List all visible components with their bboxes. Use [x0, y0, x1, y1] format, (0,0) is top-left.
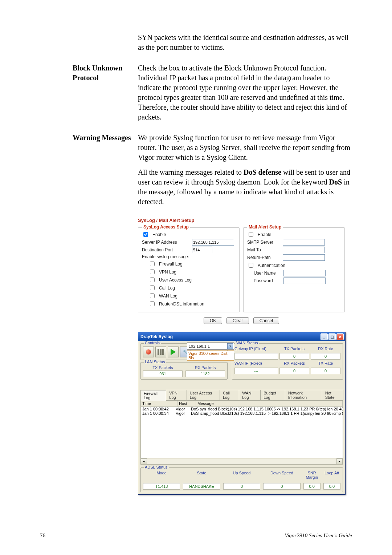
row-time: Jan 1 00:00:34 — [141, 411, 176, 416]
col-message[interactable]: Message — [196, 401, 343, 406]
tab-wan-log[interactable]: WAN Log — [239, 390, 261, 400]
tab-budget-log[interactable]: Budget Log — [260, 390, 285, 400]
log-row[interactable]: Jan 1 00:00:34 Vigor DoS icmp_flood Bloc… — [141, 411, 343, 416]
record-icon — [146, 349, 151, 355]
block-unknown-body: Check the box to activate the Block Unkn… — [138, 63, 352, 122]
vpn-log-label: VPN Log — [159, 270, 176, 275]
wan-rx-value: 0 — [279, 368, 309, 374]
row-host: Vigor — [176, 407, 191, 411]
log-tabs: Firewall Log VPN Log User Access Log Cal… — [140, 390, 343, 400]
adsl-down-value: 0 — [263, 483, 300, 490]
wan-log-label: WAN Log — [159, 293, 177, 299]
ok-button[interactable]: OK — [204, 317, 222, 324]
horizontal-scrollbar[interactable]: ◂ ▸ — [141, 458, 343, 464]
warning-p2-bold1: DoS defense — [244, 168, 281, 176]
vpn-log-checkbox[interactable] — [150, 270, 155, 274]
close-button[interactable]: ✕ — [336, 333, 344, 340]
scroll-right-button[interactable]: ▸ — [336, 458, 343, 464]
lan-tx-value: 931 — [143, 370, 183, 377]
pause-icon — [158, 349, 164, 355]
syslog-access-setup-legend: SysLog Access Setup — [142, 224, 190, 230]
mail-enable-label: Enable — [258, 232, 271, 237]
record-button[interactable] — [143, 347, 154, 357]
mailto-input[interactable] — [283, 247, 325, 253]
adsl-up-value: 0 — [223, 483, 260, 490]
play-icon — [171, 349, 176, 355]
col-time[interactable]: Time — [141, 401, 177, 406]
wan-txrate-label: TX Rate — [311, 361, 340, 365]
call-log-checkbox[interactable] — [150, 285, 155, 290]
username-input[interactable] — [283, 270, 326, 276]
warning-p2: All the warning messages related to DoS … — [138, 167, 352, 207]
adsl-status-legend: ADSL Status — [144, 465, 169, 469]
firewall-log-checkbox[interactable] — [150, 262, 155, 266]
tab-network-info[interactable]: Network Infomation — [285, 390, 322, 400]
tab-call-log[interactable]: Call Log — [220, 390, 239, 400]
auth-label: Authentication — [258, 263, 285, 268]
mail-alert-setup-legend: Mail Alert Setup — [247, 224, 283, 230]
lan-status-legend: LAN Status — [144, 360, 166, 364]
lan-rx-label: RX Packets — [185, 365, 225, 370]
return-path-label: Return-Path — [247, 255, 280, 260]
play-button[interactable] — [168, 347, 179, 357]
row-msg: DoS icmp_flood Block(10s) 192.168.1.115 … — [191, 411, 343, 416]
adsl-mode-label: Mode — [143, 471, 180, 479]
warning-p2a: All the warning messages related to — [138, 168, 244, 176]
user-access-log-checkbox[interactable] — [150, 278, 155, 282]
cancel-button[interactable]: Cancel — [253, 317, 279, 324]
scroll-track[interactable] — [147, 459, 336, 464]
maximize-button[interactable]: ▢ — [328, 333, 336, 340]
adsl-state-label: State — [183, 471, 220, 479]
dest-port-input[interactable] — [192, 247, 212, 253]
tab-vpn-log[interactable]: VPN Log — [166, 390, 187, 400]
wan-log-checkbox[interactable] — [150, 293, 155, 298]
term-warning: Warning Messages — [73, 133, 138, 212]
chevron-down-icon: ▾ — [227, 343, 233, 349]
server-ip-input[interactable] — [192, 239, 234, 246]
wan-tx-value: 0 — [279, 353, 309, 360]
router-dsl-label: Router/DSL information — [159, 301, 204, 307]
tab-net-state[interactable]: Net State — [322, 390, 343, 400]
lan-rx-value: 1182 — [185, 370, 225, 377]
password-label: Password — [254, 278, 281, 283]
warning-p1: We provide Syslog function for user to r… — [138, 133, 352, 162]
controls-legend: Controls — [144, 341, 161, 345]
return-path-input[interactable] — [283, 254, 325, 261]
auth-checkbox[interactable] — [249, 263, 253, 268]
wanip-label: WAN IP (Fixed) — [234, 361, 278, 365]
tab-user-access-log[interactable]: User Access Log — [187, 390, 220, 400]
gw-label: Getway IP (Fixed) — [234, 347, 278, 351]
lan-tx-label: TX Packets — [143, 365, 183, 370]
minimize-button[interactable]: _ — [320, 333, 328, 340]
server-ip-label: Server IP Address — [142, 240, 189, 245]
log-row[interactable]: Jan 1 00:00:42 Vigor DoS syn_flood Block… — [141, 407, 343, 411]
term-block-unknown: Block Unknown Protocol — [73, 63, 138, 127]
adsl-up-label: Up Speed — [223, 471, 260, 479]
footer-guide: Vigor2910 Series User's Guide — [285, 532, 352, 539]
page-number: 76 — [40, 532, 45, 539]
enable-syslog-msg-label: Enable syslog message: — [142, 254, 189, 259]
username-label: User Name — [254, 271, 281, 276]
tab-firewall-log[interactable]: Firewall Log — [140, 390, 166, 401]
mail-enable-checkbox[interactable] — [249, 232, 253, 237]
wanip-value: --- — [234, 368, 278, 374]
host-combo[interactable]: 192.168.1.1 ▾ — [187, 343, 234, 350]
smtp-input[interactable] — [283, 239, 325, 246]
warning-p2-bold2: DoS — [329, 178, 342, 186]
row-msg: DoS syn_flood Block(10s) 192.168.1.115,1… — [191, 407, 343, 411]
scroll-left-button[interactable]: ◂ — [141, 458, 147, 464]
syslog-enable-checkbox[interactable] — [143, 232, 148, 237]
smtp-label: SMTP Server — [247, 240, 280, 245]
router-dsl-checkbox[interactable] — [150, 301, 155, 306]
wan-rxrate-label: RX Rate — [311, 347, 340, 351]
wan-txrate-value: 0 — [311, 368, 340, 374]
clear-button[interactable]: Clear — [226, 317, 249, 324]
adsl-down-label: Down Speed — [263, 471, 300, 479]
adsl-snr-label: SNR Margin — [303, 471, 320, 479]
col-host[interactable]: Host — [177, 401, 196, 406]
pause-button[interactable] — [155, 347, 166, 357]
host-combo-value: 192.168.1.1 — [189, 344, 210, 348]
firewall-log-label: Firewall Log — [159, 262, 183, 267]
wan-rx-label: RX Packets — [279, 361, 309, 365]
password-input[interactable] — [283, 278, 326, 284]
